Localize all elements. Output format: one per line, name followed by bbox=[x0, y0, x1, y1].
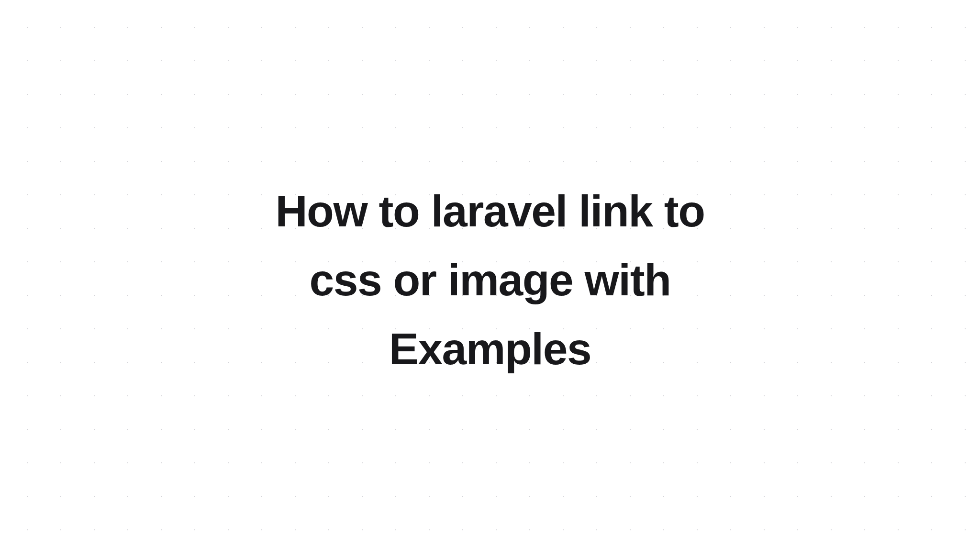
page-title: How to laravel link to css or image with… bbox=[246, 177, 734, 383]
title-container: How to laravel link to css or image with… bbox=[227, 177, 753, 383]
